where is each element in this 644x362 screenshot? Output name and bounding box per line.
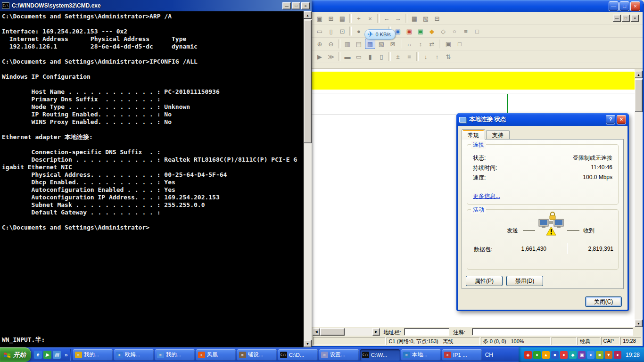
tray-icon[interactable]: ◆: [569, 351, 577, 359]
toolbar-icon[interactable]: [416, 52, 419, 61]
toolbar-icon[interactable]: [338, 52, 340, 61]
quick-launch-icon[interactable]: ▤: [53, 351, 61, 359]
toolbar-icon[interactable]: ⇅: [443, 51, 454, 62]
dialog-tab[interactable]: 支持: [486, 130, 510, 139]
tray-icon[interactable]: ▲: [542, 351, 550, 359]
tray-icon[interactable]: ■: [596, 351, 603, 359]
toolbar-icon[interactable]: ▥: [342, 39, 353, 49]
toolbar-icon[interactable]: ↓: [421, 51, 431, 62]
app-maximize-button[interactable]: □: [619, 1, 629, 11]
toolbar-icon[interactable]: ▧: [421, 13, 431, 24]
properties-button[interactable]: 属性(P): [466, 276, 503, 286]
toolbar-icon[interactable]: ±: [393, 51, 403, 62]
toolbar-icon[interactable]: ▧: [376, 39, 387, 49]
comment-input[interactable]: [472, 328, 633, 336]
mdi-restore-button[interactable]: □: [622, 15, 630, 22]
toolbar-icon[interactable]: ◇: [438, 26, 448, 36]
toolbar-icon[interactable]: ▭: [314, 26, 325, 36]
tray-icon[interactable]: ●: [533, 351, 541, 359]
tray-icon[interactable]: ▼: [605, 351, 612, 359]
mdi-minimize-button[interactable]: —: [613, 15, 621, 22]
toolbar-icon[interactable]: →: [393, 13, 403, 24]
network-speed-overlay[interactable]: ✈ 0 KB/s: [364, 29, 396, 40]
toolbar-icon[interactable]: [349, 26, 352, 36]
start-button[interactable]: 开始: [0, 347, 31, 362]
mdi-close-button[interactable]: ×: [631, 15, 639, 22]
taskbar-task-button[interactable]: C:\ C:\D...: [278, 349, 318, 361]
scrollbar-thumb[interactable]: [320, 328, 345, 336]
cmd-terminal[interactable]: C:\Documents and Settings\Administrator>…: [0, 11, 304, 347]
toolbar-icon[interactable]: [405, 14, 407, 23]
tray-icon[interactable]: ●: [587, 351, 594, 359]
taskbar-task-button[interactable]: ◉ IP1 ...: [442, 349, 482, 361]
cmd-restore-button[interactable]: □: [292, 2, 300, 9]
toolbar-icon[interactable]: ⊞: [326, 13, 336, 24]
toolbar-icon[interactable]: ←: [381, 13, 392, 24]
scroll-left-button[interactable]: ◀: [313, 328, 320, 336]
toolbar-icon[interactable]: ↕: [415, 39, 426, 49]
scrollbar-thumb[interactable]: [635, 79, 643, 112]
toolbar-icon[interactable]: +: [354, 13, 364, 24]
toolbar-icon[interactable]: ⇄: [427, 39, 437, 49]
taskbar-task-button[interactable]: ◆ 凤凰: [196, 349, 236, 361]
disable-button[interactable]: 禁用(D): [506, 276, 543, 286]
toolbar-icon[interactable]: ▦: [365, 39, 375, 49]
toolbar-icon[interactable]: ▣: [415, 26, 426, 36]
toolbar-icon[interactable]: ≫: [326, 51, 336, 62]
toolbar-icon[interactable]: □: [472, 26, 482, 36]
tray-icon[interactable]: ◈: [524, 351, 532, 359]
dialog-help-button[interactable]: ?: [606, 115, 615, 124]
tray-icon[interactable]: ●: [560, 351, 568, 359]
canvas-vertical-scrollbar[interactable]: ▲ ▼: [635, 71, 643, 327]
toolbar-icon[interactable]: ⊡: [337, 26, 347, 36]
toolbar-icon[interactable]: ▤: [354, 39, 364, 49]
canvas-horizontal-scrollbar[interactable]: ◀ ▶: [313, 328, 380, 336]
toolbar-icon[interactable]: ≡: [404, 51, 414, 62]
app-close-button[interactable]: ×: [630, 1, 640, 11]
scroll-down-button[interactable]: ▼: [635, 320, 643, 327]
quick-launch-icon[interactable]: ▶: [43, 351, 51, 359]
toolbar-icon[interactable]: ▦: [409, 13, 420, 24]
dialog-tab[interactable]: 常规: [462, 129, 485, 140]
taskbar-task-button[interactable]: ▦ 铺设...: [237, 349, 277, 361]
scroll-right-button[interactable]: ▶: [372, 328, 380, 336]
toolbar-icon[interactable]: [377, 14, 380, 23]
taskbar-task-button[interactable]: ▣ 我的...: [155, 349, 195, 361]
toolbar-icon[interactable]: [349, 14, 352, 23]
dialog-titlebar[interactable]: 本地连接 状态 ? ×: [456, 113, 629, 126]
dialog-close-x-button[interactable]: ×: [617, 115, 626, 124]
toolbar-icon[interactable]: ▮: [365, 51, 375, 62]
scrollbar-thumb[interactable]: [304, 20, 312, 143]
toolbar-icon[interactable]: ○: [449, 26, 460, 36]
toolbar-icon[interactable]: ▣: [404, 26, 414, 36]
cmd-scrollbar[interactable]: ▲ ▼: [304, 11, 312, 347]
cmd-minimize-button[interactable]: —: [282, 2, 291, 9]
toolbar-icon[interactable]: [400, 39, 402, 49]
taskbar-task-button[interactable]: ● 欧姆...: [114, 349, 154, 361]
tray-icon[interactable]: ●: [614, 351, 621, 359]
close-button[interactable]: 关闭(C): [585, 296, 622, 307]
toolbar-icon[interactable]: [439, 39, 441, 49]
cmd-close-button[interactable]: ×: [301, 2, 310, 9]
toolbar-icon[interactable]: [388, 52, 391, 61]
toolbar-icon[interactable]: ▯: [376, 51, 387, 62]
language-indicator[interactable]: CH: [482, 352, 496, 358]
toolbar-icon[interactable]: ⊟: [432, 13, 442, 24]
toolbar-icon[interactable]: ▤: [337, 13, 347, 24]
scroll-up-button[interactable]: ▲: [635, 71, 643, 78]
toolbar-icon[interactable]: ⊖: [326, 39, 336, 49]
toolbar-icon[interactable]: ▭: [354, 51, 364, 62]
app-minimize-button[interactable]: —: [609, 1, 619, 11]
toolbar-icon[interactable]: ▬: [342, 51, 353, 62]
toolbar-icon[interactable]: ◆: [427, 26, 437, 36]
toolbar-icon[interactable]: ▶: [314, 51, 325, 62]
app-titlebar[interactable]: — □ ×: [312, 0, 644, 12]
tray-icon[interactable]: ■: [551, 351, 559, 359]
cmd-titlebar[interactable]: C:\ C:\WINDOWS\system32\CMD.exe — □ ×: [0, 0, 312, 11]
address-input[interactable]: [404, 328, 449, 336]
taskbar-task-button[interactable]: ▥ 本地...: [401, 349, 441, 361]
toolbar-icon[interactable]: ↑: [432, 51, 442, 62]
toolbar-icon[interactable]: [338, 39, 340, 49]
scroll-up-button[interactable]: ▲: [304, 11, 312, 19]
quick-launch-overflow-chevron[interactable]: »: [64, 352, 69, 358]
